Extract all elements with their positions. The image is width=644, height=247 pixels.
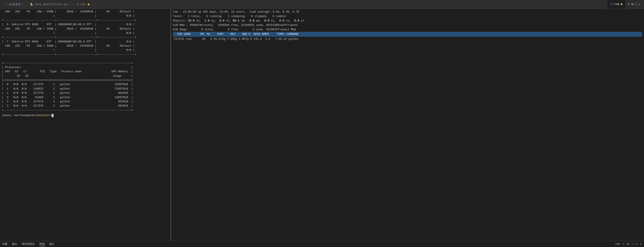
left-terminal-text: 30% 26C P8 18W / 350W | 2MiB / 24268MiB …: [2, 10, 168, 113]
chevron-up-icon[interactable]: ∧: [640, 242, 642, 246]
prompt-line: (base) /ws/huangshan/paddle21 >: [2, 113, 168, 118]
left-terminal-content[interactable]: 30% 26C P8 18W / 350W | 2MiB / 24268MiB …: [0, 9, 170, 241]
ports-tab[interactable]: 端口: [49, 242, 54, 246]
python-file-icon: 🐍: [30, 3, 33, 6]
status-right: zsh + ⧉ □ ✕ ∧: [616, 242, 642, 246]
add-terminal-button[interactable]: +: [623, 243, 624, 246]
top-process-row: 217378 root 20 0 65.674g 7.345g 1.967g S…: [173, 37, 642, 41]
add-panel-button[interactable]: +: [628, 2, 630, 6]
problems-tab[interactable]: 问题: [2, 242, 8, 246]
prompt-cursor: [52, 114, 54, 117]
tab-zsh-modified-dot: [88, 3, 90, 5]
top-table-header: PID USER PR NI VIRT RES SHR S %CPU %MEM …: [173, 32, 642, 37]
main-split: 30% 26C P8 18W / 350W | 2MiB / 24268MiB …: [0, 9, 644, 241]
shell-indicator: zsh: [616, 243, 620, 246]
tab-zsh-label: zsh: [80, 3, 85, 6]
prompt-base: (base) /ws/huangshan/: [2, 113, 37, 118]
tab-zsh[interactable]: ⬡ zsh: [73, 0, 92, 9]
app-container: ⬡ 欢迎使用 ✕ 🐍 test_ppstructure.py ✕ ⬡ zsh .…: [0, 0, 644, 247]
title-bar-actions: + ⧉ □ ✕: [626, 2, 642, 6]
debug-tab[interactable]: 调试控制台: [22, 242, 35, 246]
tab-group: ⬡ 欢迎使用 ✕ 🐍 test_ppstructure.py ✕ ⬡ zsh .…: [2, 0, 607, 9]
output-tab[interactable]: 输出: [12, 242, 17, 246]
zsh-icon: ⬡: [76, 3, 79, 6]
split-editor-icon[interactable]: ⧉: [632, 3, 633, 6]
tab-welcome-label: 欢迎使用: [9, 2, 20, 6]
prompt-symbol: >: [50, 113, 52, 118]
maximize-panel-icon[interactable]: □: [635, 3, 637, 6]
close-terminal-icon[interactable]: ✕: [636, 242, 638, 246]
split-terminal-icon[interactable]: ⧉: [627, 243, 629, 246]
tab-more[interactable]: ...: [93, 3, 102, 6]
title-bar: ⬡ 欢迎使用 ✕ 🐍 test_ppstructure.py ✕ ⬡ zsh .…: [0, 0, 644, 9]
right-pane: top - 22:09:59 up 102 days, 12:50, 15 us…: [171, 9, 644, 241]
tab-welcome[interactable]: ⬡ 欢迎使用 ✕: [2, 0, 27, 9]
more-icon: ...: [95, 3, 100, 6]
terminal-tab[interactable]: 终端: [40, 242, 45, 246]
close-panel-icon[interactable]: ✕: [639, 3, 640, 6]
tab-python-close[interactable]: ✕: [69, 3, 70, 6]
tab-top-modified-dot: [621, 3, 622, 5]
top-header: top - 22:09:59 up 102 days, 12:50, 15 us…: [173, 10, 642, 32]
vscode-icon: ⬡: [5, 2, 8, 6]
status-left: 问题 输出 调试控制台 终端 端口: [2, 242, 54, 246]
right-terminal-content[interactable]: top - 22:09:59 up 102 days, 12:50, 15 us…: [171, 9, 644, 241]
top-tab-icon: ⬡: [610, 2, 613, 6]
tab-welcome-close[interactable]: ✕: [22, 3, 24, 6]
tab-top-label: top: [614, 2, 619, 6]
maximize-terminal-icon[interactable]: □: [632, 243, 633, 246]
left-pane: 30% 26C P8 18W / 350W | 2MiB / 24268MiB …: [0, 9, 170, 241]
tab-python[interactable]: 🐍 test_ppstructure.py ✕: [27, 0, 74, 9]
status-bar: 问题 输出 调试控制台 终端 端口 zsh + ⧉ □ ✕ ∧: [0, 241, 644, 247]
tab-top[interactable]: ⬡ top: [607, 0, 626, 9]
prompt-path: paddle21: [37, 113, 50, 118]
tab-python-label: test_ppstructure.py: [34, 3, 67, 6]
